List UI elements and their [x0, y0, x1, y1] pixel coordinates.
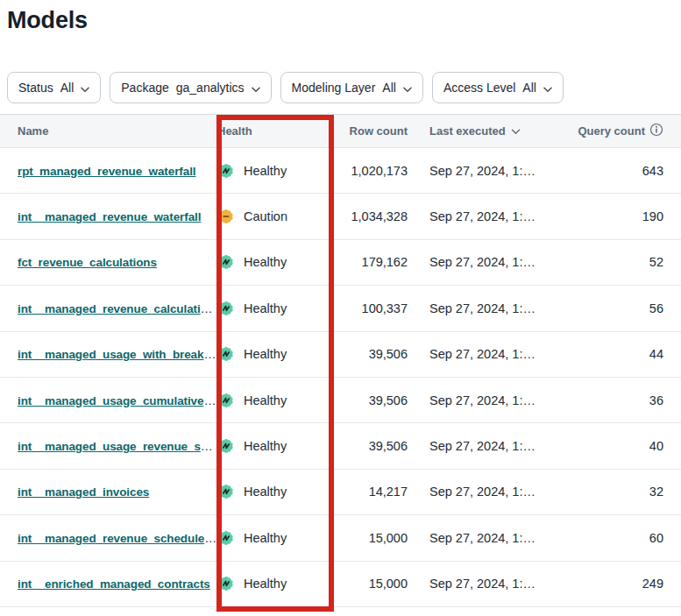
health-label: Healthy — [244, 439, 287, 453]
model-name-link[interactable]: fct_revenue_calculations — [18, 256, 157, 269]
row-count-cell: 39,506 — [334, 393, 408, 407]
query-count-cell: 32 — [561, 485, 663, 499]
last-executed-cell: Sep 27, 2024, 1:… — [408, 209, 561, 223]
filter-status[interactable]: Status All — [7, 72, 101, 103]
row-count-cell: 39,506 — [334, 347, 408, 361]
last-executed-cell: Sep 27, 2024, 1:… — [408, 393, 561, 407]
query-count-cell: 190 — [561, 209, 663, 223]
last-executed-cell: Sep 27, 2024, 1:… — [408, 301, 561, 315]
health-label: Caution — [244, 209, 287, 223]
health-label: Healthy — [244, 485, 287, 499]
model-name-link[interactable]: int__managed_revenue_waterfall — [18, 210, 201, 223]
table-row: int__managed_revenue_waterfall Caution 1… — [0, 194, 681, 239]
models-table: Name Health Row count Last executed Quer… — [0, 114, 681, 607]
health-status-icon — [217, 253, 235, 271]
query-count-cell: 36 — [561, 393, 663, 407]
model-name-link[interactable]: int__managed_usage_cumulative_… — [18, 393, 217, 407]
filter-modeling-layer-label: Modeling Layer — [292, 81, 376, 95]
table-row: int__managed_usage_with_breaka… Healthy … — [0, 332, 681, 378]
query-count-cell: 52 — [561, 255, 663, 269]
info-icon[interactable] — [649, 123, 663, 139]
health-label: Healthy — [244, 577, 287, 591]
chevron-down-icon — [252, 81, 260, 96]
filter-package[interactable]: Package ga_analytics — [110, 72, 271, 103]
chevron-down-icon — [403, 81, 412, 96]
health-status-icon — [217, 437, 235, 455]
model-name-link[interactable]: int__managed_usage_revenue_sc… — [18, 439, 217, 453]
row-count-cell: 14,217 — [334, 485, 408, 499]
last-executed-cell: Sep 27, 2024, 1:… — [408, 439, 561, 453]
row-count-cell: 15,000 — [334, 577, 408, 591]
query-count-cell: 249 — [561, 577, 663, 591]
row-count-cell: 39,506 — [334, 439, 408, 453]
health-label: Healthy — [244, 164, 287, 178]
last-executed-cell: Sep 27, 2024, 1:… — [408, 347, 561, 361]
filter-access-level-label: Access Level — [443, 81, 515, 95]
row-count-cell: 15,000 — [334, 531, 408, 545]
column-header-name: Name — [18, 124, 217, 138]
table-row: fct_revenue_calculations Healthy 179,162… — [0, 240, 681, 286]
row-count-cell: 179,162 — [334, 255, 408, 269]
health-label: Healthy — [244, 531, 287, 545]
health-status-icon — [217, 345, 235, 363]
query-count-cell: 643 — [561, 164, 663, 178]
health-status-icon — [217, 483, 235, 500]
model-name-link[interactable]: int__managed_revenue_calculations — [18, 301, 217, 315]
chevron-down-icon — [543, 81, 552, 96]
health-status-icon — [217, 575, 235, 592]
chevron-down-icon — [81, 81, 89, 96]
row-count-cell: 1,034,328 — [334, 209, 408, 223]
health-label: Healthy — [244, 393, 287, 407]
filter-modeling-layer-value: All — [382, 81, 396, 95]
last-executed-cell: Sep 27, 2024, 1:… — [408, 577, 561, 591]
model-name-link[interactable]: rpt_managed_revenue_waterfall — [18, 165, 195, 178]
table-row: int__managed_revenue_calculations Health… — [0, 286, 681, 331]
query-count-cell: 40 — [561, 439, 663, 453]
row-count-cell: 100,337 — [334, 301, 408, 315]
query-count-cell: 56 — [561, 301, 663, 315]
table-row: rpt_managed_revenue_waterfall Healthy 1,… — [0, 148, 681, 194]
sort-chevron-down-icon — [511, 124, 521, 138]
health-status-icon — [217, 208, 235, 225]
column-header-last-executed[interactable]: Last executed — [408, 124, 561, 138]
table-body: rpt_managed_revenue_waterfall Healthy 1,… — [0, 148, 681, 607]
column-header-health: Health — [217, 124, 334, 138]
table-row: int__managed_usage_revenue_sc… Healthy 3… — [0, 423, 681, 469]
page-title: Models — [7, 5, 681, 35]
health-status-icon — [217, 300, 235, 317]
column-header-query-count: Query count — [561, 123, 663, 139]
model-name-link[interactable]: int__managed_usage_with_breaka… — [18, 347, 217, 361]
health-status-icon — [217, 392, 235, 409]
column-header-row-count: Row count — [334, 124, 408, 138]
filter-access-level-value: All — [522, 81, 536, 95]
filter-access-level[interactable]: Access Level All — [432, 72, 564, 103]
query-count-cell: 60 — [561, 531, 663, 545]
row-count-cell: 1,020,173 — [334, 164, 408, 178]
last-executed-cell: Sep 27, 2024, 1:… — [408, 164, 561, 178]
health-status-icon — [217, 529, 235, 547]
health-label: Healthy — [244, 347, 287, 361]
health-label: Healthy — [244, 301, 287, 315]
table-row: int__enriched_managed_contracts Healthy … — [0, 562, 681, 607]
health-status-icon — [217, 162, 235, 180]
health-label: Healthy — [244, 255, 287, 269]
filter-package-label: Package — [121, 81, 168, 95]
last-executed-cell: Sep 27, 2024, 1:… — [408, 531, 561, 545]
filter-modeling-layer[interactable]: Modeling Layer All — [280, 72, 423, 103]
models-page: Models Status All Package ga_analytics M… — [0, 5, 681, 616]
table-row: int__managed_revenue_schedule_… Healthy … — [0, 515, 681, 561]
model-name-link[interactable]: int__managed_revenue_schedule_… — [18, 531, 217, 545]
filter-status-label: Status — [18, 81, 53, 95]
table-header-row: Name Health Row count Last executed Quer… — [0, 115, 681, 148]
query-count-cell: 44 — [561, 347, 663, 361]
last-executed-cell: Sep 27, 2024, 1:… — [408, 485, 561, 499]
filter-package-value: ga_analytics — [176, 81, 245, 95]
table-row: int__managed_invoices Healthy 14,217 Sep… — [0, 470, 681, 515]
last-executed-cell: Sep 27, 2024, 1:… — [408, 255, 561, 269]
model-name-link[interactable]: int__enriched_managed_contracts — [18, 577, 210, 591]
model-name-link[interactable]: int__managed_invoices — [18, 485, 149, 499]
filter-bar: Status All Package ga_analytics Modeling… — [7, 72, 681, 103]
filter-status-value: All — [60, 81, 74, 95]
table-row: int__managed_usage_cumulative_… Healthy … — [0, 378, 681, 423]
